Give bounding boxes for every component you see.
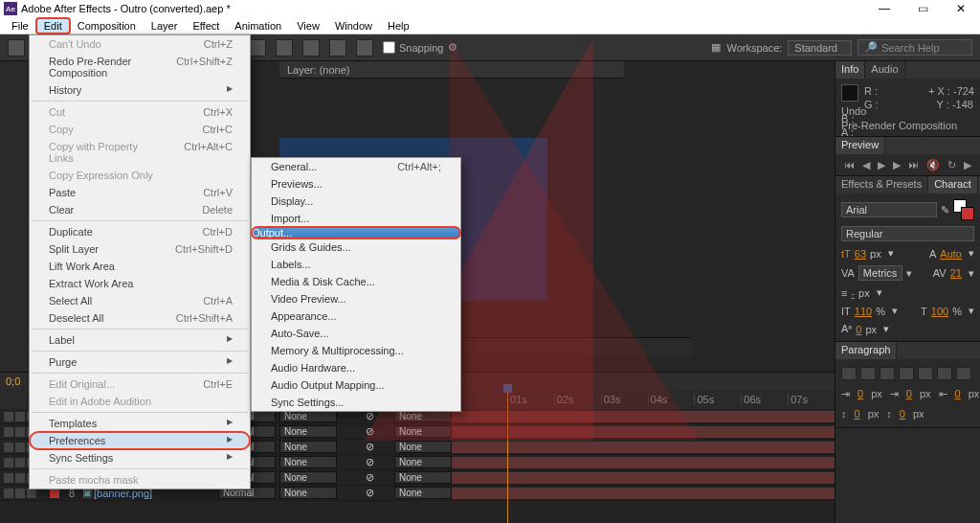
clone-tool-icon[interactable] (276, 39, 293, 57)
tracking-value[interactable]: 21 (950, 267, 962, 279)
prefs-menu-item[interactable]: Appearance... (252, 307, 460, 325)
preview-last-icon[interactable]: ⏭ (908, 159, 919, 171)
preview-mute-icon[interactable]: 🔇 (926, 159, 940, 171)
prefs-menu-item[interactable]: General...Ctrl+Alt+; (252, 158, 460, 175)
tab-paragraph[interactable]: Paragraph (835, 342, 897, 359)
prefs-menu-item[interactable]: Import... (252, 210, 460, 227)
eyedropper-icon[interactable]: ✎ (941, 204, 949, 216)
edit-menu-item[interactable]: DuplicateCtrl+D (30, 223, 250, 240)
edit-menu-item[interactable]: Label (30, 331, 250, 349)
kerning-select[interactable]: Metrics (858, 265, 902, 281)
indent-right-value[interactable]: 0 (955, 388, 961, 400)
timeline-timecode[interactable]: 0;0 (6, 375, 20, 387)
menu-help[interactable]: Help (380, 18, 417, 34)
menubar[interactable]: File Edit Composition Layer Effect Anima… (0, 17, 980, 34)
prefs-menu-item[interactable]: Labels... (252, 256, 460, 273)
prefs-menu-item[interactable]: Audio Hardware... (252, 359, 460, 376)
preview-play-icon[interactable]: ▶ (878, 159, 885, 171)
edit-menu-item[interactable]: Redo Pre-Render CompositionCtrl+Shift+Z (30, 53, 250, 81)
preferences-submenu[interactable]: General...Ctrl+Alt+;Previews...Display..… (251, 157, 461, 412)
font-style-select[interactable]: Regular (841, 226, 974, 241)
hscale-value[interactable]: 100 (931, 306, 948, 317)
prefs-menu-item[interactable]: Previews... (252, 175, 460, 193)
layer-trkmat-select[interactable]: None (279, 441, 337, 453)
workspace-icon[interactable]: ▦ (711, 41, 721, 54)
edit-menu-item[interactable]: Templates (30, 415, 250, 432)
edit-menu-item[interactable]: Preferences (30, 432, 250, 449)
layer-parent-select[interactable]: None (394, 456, 452, 468)
font-family-select[interactable]: Arial (841, 202, 937, 217)
fill-stroke-swatch[interactable] (953, 199, 974, 220)
layer-duration-bar[interactable] (452, 487, 835, 500)
tab-info[interactable]: Info (835, 61, 865, 79)
menu-composition[interactable]: Composition (70, 18, 144, 34)
menu-edit[interactable]: Edit (36, 18, 70, 34)
layer-parent-select[interactable]: None (394, 425, 452, 438)
edit-menu-item[interactable]: Deselect AllCtrl+Shift+A (30, 309, 250, 327)
menu-layer[interactable]: Layer (144, 18, 186, 34)
layer-trkmat-select[interactable]: None (279, 425, 337, 438)
layer-trkmat-select[interactable]: None (279, 487, 337, 499)
prefs-menu-item[interactable]: Grids & Guides... (252, 239, 460, 256)
justify-right-button[interactable] (937, 367, 952, 380)
tab-character[interactable]: Charact (928, 176, 978, 193)
preview-prev-icon[interactable]: ◀ (862, 159, 870, 171)
edit-menu-item[interactable]: Select AllCtrl+A (30, 292, 250, 309)
prefs-menu-item[interactable]: Memory & Multiprocessing... (252, 342, 460, 359)
window-maximize-button[interactable]: ▭ (903, 0, 942, 17)
align-center-button[interactable] (860, 367, 876, 380)
prefs-menu-item[interactable]: Video Preview... (252, 290, 460, 307)
roto-tool-icon[interactable] (329, 39, 346, 57)
stroke-width-value[interactable]: - (851, 287, 855, 299)
layer-panel-tab[interactable]: Layer: (none) (279, 61, 624, 79)
preview-ram-icon[interactable]: ▶ (964, 159, 971, 171)
tab-preview[interactable]: Preview (835, 137, 885, 154)
puppet-tool-icon[interactable] (356, 39, 373, 57)
snapping-checkbox[interactable] (383, 41, 395, 54)
menu-file[interactable]: File (4, 18, 36, 34)
layer-flags[interactable] (0, 489, 46, 498)
menu-view[interactable]: View (289, 18, 327, 34)
justify-center-button[interactable] (918, 367, 933, 380)
layer-color-label[interactable] (50, 489, 59, 498)
prefs-menu-item[interactable]: Display... (252, 193, 460, 210)
layer-parent-link-icon[interactable]: ⊘ (366, 456, 394, 468)
layer-duration-bar[interactable] (452, 441, 835, 454)
justify-all-button[interactable] (956, 367, 971, 380)
layer-parent-link-icon[interactable]: ⊘ (366, 441, 394, 453)
leading-value[interactable]: Auto (940, 248, 962, 260)
brush-tool-icon[interactable] (249, 39, 266, 57)
timeline-playhead[interactable] (507, 390, 508, 523)
preview-next-icon[interactable]: ▶ (893, 159, 901, 171)
prefs-menu-item[interactable]: Audio Output Mapping... (252, 376, 460, 394)
edit-menu-item[interactable]: PasteCtrl+V (30, 184, 250, 201)
indent-first-value[interactable]: 0 (906, 388, 912, 400)
edit-menu-dropdown[interactable]: Can't UndoCtrl+ZRedo Pre-Render Composit… (29, 34, 251, 489)
layer-parent-select[interactable]: None (394, 487, 452, 499)
edit-menu-item[interactable]: ClearDelete (30, 201, 250, 218)
menu-animation[interactable]: Animation (227, 18, 289, 34)
edit-menu-item[interactable]: History (30, 81, 250, 99)
vscale-value[interactable]: 110 (855, 306, 872, 317)
baseline-shift-value[interactable]: 0 (856, 324, 861, 335)
layer-trkmat-select[interactable]: None (279, 471, 337, 484)
edit-menu-item[interactable]: Sync Settings (30, 449, 250, 466)
selection-tool-icon[interactable] (8, 39, 25, 57)
space-after-value[interactable]: 0 (900, 408, 905, 420)
edit-menu-item[interactable]: Purge (30, 353, 250, 371)
layer-parent-link-icon[interactable]: ⊘ (366, 487, 394, 499)
preview-first-icon[interactable]: ⏮ (844, 159, 855, 171)
layer-parent-link-icon[interactable]: ⊘ (366, 471, 394, 484)
snapping-toggle[interactable]: Snapping ⚙ (383, 41, 457, 54)
tab-audio[interactable]: Audio (865, 61, 904, 79)
space-before-value[interactable]: 0 (855, 408, 860, 420)
edit-menu-item[interactable]: Lift Work Area (30, 258, 250, 275)
prefs-menu-item[interactable]: Auto-Save... (252, 325, 460, 342)
menu-window[interactable]: Window (327, 18, 380, 34)
tab-effects-presets[interactable]: Effects & Presets (835, 176, 928, 193)
layer-duration-bar[interactable] (452, 410, 835, 423)
window-minimize-button[interactable]: — (865, 0, 903, 17)
layer-duration-bar[interactable] (452, 456, 835, 469)
menu-effect[interactable]: Effect (185, 18, 227, 34)
edit-menu-item[interactable]: Extract Work Area (30, 275, 250, 292)
